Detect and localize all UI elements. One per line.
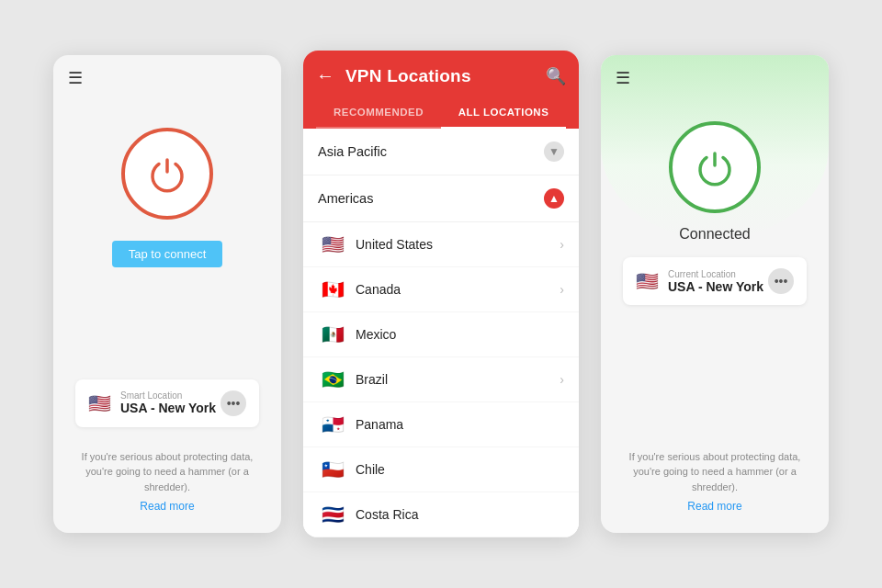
back-button[interactable]: ←	[316, 65, 334, 86]
power-icon	[146, 153, 188, 195]
mx-flag: 🇲🇽	[322, 323, 345, 345]
smart-location-bar[interactable]: 🇺🇸 Smart Location USA - New York •••	[75, 379, 259, 427]
cr-flag: 🇨🇷	[322, 503, 345, 526]
vpn-locations-card: ← VPN Locations 🔍 RECOMMENDED ALL LOCATI…	[303, 51, 579, 537]
card1-spacer	[53, 267, 281, 379]
card1-body: Tap to connect	[53, 86, 281, 267]
asia-pacific-section[interactable]: Asia Pacific ▼	[303, 129, 579, 175]
americas-label: Americas	[318, 191, 544, 206]
country-row-ca[interactable]: 🇨🇦 Canada ›	[303, 267, 579, 312]
location-info: Smart Location USA - New York	[120, 390, 220, 415]
card3-read-more-link[interactable]: Read more	[619, 498, 810, 514]
card3-footer: If you're serious about protecting data,…	[601, 427, 829, 534]
card2-top-row: ← VPN Locations 🔍	[316, 65, 566, 86]
br-label: Brazil	[356, 372, 560, 387]
card3-content: ☰ Connected 🇺🇸 Current Location USA - Ne…	[601, 55, 829, 533]
country-row-cl[interactable]: 🇨🇱 Chile	[303, 447, 579, 492]
card3-location-label: Current Location	[668, 269, 768, 279]
asia-pacific-label: Asia Pacific	[318, 144, 544, 159]
power-button-container	[117, 123, 218, 224]
tab-all-locations[interactable]: ALL LOCATIONS	[441, 97, 566, 129]
americas-chevron: ▲	[544, 188, 564, 209]
country-row-us[interactable]: 🇺🇸 United States ›	[303, 222, 579, 267]
card1-footer: If you're serious about protecting data,…	[53, 427, 281, 534]
location-name: USA - New York	[120, 401, 220, 415]
locations-list: Asia Pacific ▼ Americas ▲ 🇺🇸 United Stat…	[303, 129, 579, 537]
country-row-mx[interactable]: 🇲🇽 Mexico	[303, 312, 579, 357]
country-row-pa[interactable]: 🇵🇦 Panama	[303, 402, 579, 447]
country-row-br[interactable]: 🇧🇷 Brazil ›	[303, 357, 579, 402]
tap-to-connect-label[interactable]: Tap to connect	[112, 241, 223, 267]
card3-footer-text: If you're serious about protecting data,…	[629, 451, 801, 492]
ca-chevron: ›	[560, 282, 564, 297]
current-location-bar[interactable]: 🇺🇸 Current Location USA - New York •••	[623, 257, 807, 305]
us-chevron: ›	[560, 237, 564, 252]
card3-location-name: USA - New York	[668, 279, 768, 294]
card3-menu-icon[interactable]: ☰	[616, 70, 630, 86]
mx-label: Mexico	[356, 327, 564, 342]
card2-title: VPN Locations	[345, 66, 546, 86]
br-chevron: ›	[560, 372, 564, 387]
card2-header: ← VPN Locations 🔍 RECOMMENDED ALL LOCATI…	[303, 51, 579, 129]
pa-flag: 🇵🇦	[322, 413, 345, 435]
card1-location-section: 🇺🇸 Smart Location USA - New York •••	[53, 379, 281, 427]
ca-label: Canada	[356, 282, 560, 297]
ca-flag: 🇨🇦	[322, 278, 345, 300]
cr-label: Costa Rica	[356, 507, 564, 522]
pa-label: Panama	[356, 417, 564, 432]
tab-recommended[interactable]: RECOMMENDED	[316, 97, 441, 129]
disconnected-card: ☰ Tap to connect 🇺🇸 Smart Location USA -…	[53, 55, 281, 533]
card2-tabs: RECOMMENDED ALL LOCATIONS	[316, 97, 566, 129]
card3-location-info: Current Location USA - New York	[668, 269, 768, 294]
search-button[interactable]: 🔍	[546, 66, 566, 86]
card3-more-options-button[interactable]: •••	[768, 268, 794, 294]
connected-power-icon	[694, 146, 736, 188]
country-row-cr[interactable]: 🇨🇷 Costa Rica	[303, 492, 579, 537]
power-button[interactable]	[121, 128, 213, 220]
card3-location-flag: 🇺🇸	[636, 270, 659, 292]
us-label: United States	[356, 237, 560, 252]
card1-header: ☰	[53, 55, 281, 86]
americas-section[interactable]: Americas ▲	[303, 175, 579, 222]
footer-text: If you're serious about protecting data,…	[82, 451, 254, 492]
more-options-button[interactable]: •••	[220, 390, 246, 416]
card3-location-section: 🇺🇸 Current Location USA - New York •••	[601, 243, 829, 305]
asia-pacific-chevron: ▼	[544, 141, 564, 162]
cl-label: Chile	[356, 462, 564, 477]
power-button-connected[interactable]	[669, 121, 761, 213]
read-more-link[interactable]: Read more	[72, 498, 263, 514]
location-label: Smart Location	[120, 390, 220, 401]
card3-body: Connected	[601, 86, 829, 243]
card3-header: ☰	[601, 55, 829, 86]
connected-label: Connected	[679, 226, 750, 243]
cl-flag: 🇨🇱	[322, 458, 345, 481]
location-flag: 🇺🇸	[88, 392, 111, 414]
us-flag: 🇺🇸	[322, 233, 345, 255]
screens-container: ☰ Tap to connect 🇺🇸 Smart Location USA -…	[17, 14, 865, 574]
menu-icon[interactable]: ☰	[68, 70, 83, 86]
connected-card: ☰ Connected 🇺🇸 Current Location USA - Ne…	[601, 55, 829, 533]
br-flag: 🇧🇷	[322, 368, 345, 390]
